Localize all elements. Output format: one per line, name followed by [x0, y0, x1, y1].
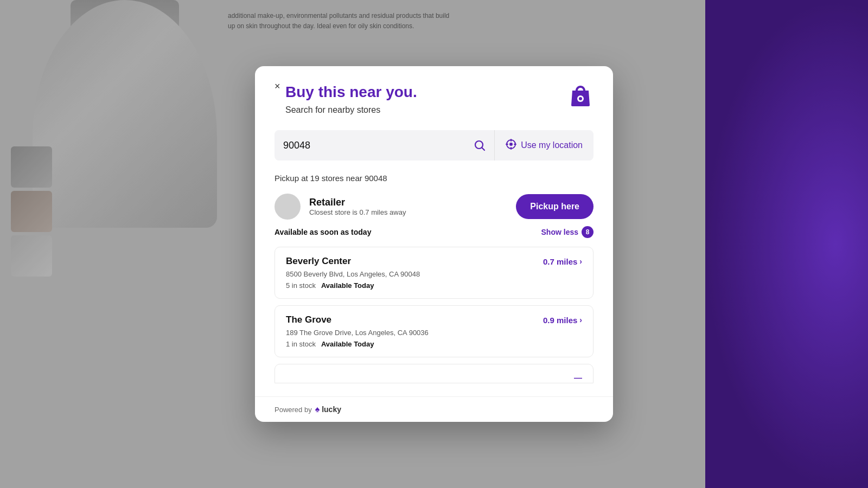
- store-stock-0: 5 in stock: [286, 281, 316, 290]
- use-location-button[interactable]: Use my location: [494, 130, 593, 160]
- modal-footer: Powered by ♠ lucky: [255, 396, 613, 422]
- search-row: 90048: [275, 130, 593, 160]
- svg-point-1: [579, 97, 582, 100]
- retailer-name: Retailer: [309, 197, 406, 208]
- lucky-brand: ♠ lucky: [315, 404, 341, 414]
- use-location-label: Use my location: [521, 140, 583, 150]
- spade-icon: ♠: [315, 404, 320, 414]
- close-button[interactable]: ×: [275, 81, 280, 91]
- store-stock-1: 1 in stock: [286, 340, 316, 348]
- store-card-partial[interactable]: —: [275, 364, 593, 383]
- zip-input[interactable]: 90048: [283, 140, 474, 151]
- powered-by-label: Powered by: [275, 406, 312, 414]
- svg-line-3: [482, 148, 485, 151]
- store-availability-0: Available Today: [321, 281, 374, 290]
- available-text: Available as soon as today: [275, 228, 371, 236]
- store-card-0[interactable]: Beverly Center 0.7 miles › 8500 Beverly …: [275, 247, 593, 299]
- available-row: Available as soon as today Show less 8: [275, 226, 593, 238]
- store-name-0: Beverly Center: [286, 256, 351, 267]
- lucky-label: lucky: [322, 405, 341, 414]
- modal-subtitle: Search for nearby stores: [285, 105, 417, 115]
- store-distance-0: 0.7 miles ›: [543, 257, 582, 266]
- search-button[interactable]: [474, 139, 486, 151]
- show-less-label: Show less: [541, 228, 578, 236]
- store-name-1: The Grove: [286, 314, 331, 325]
- store-distance-partial: —: [574, 373, 582, 382]
- location-icon: [506, 139, 516, 152]
- pickup-here-button[interactable]: Pickup here: [516, 194, 593, 219]
- pickup-count-text: Pickup at 19 stores near 90048: [275, 174, 593, 183]
- show-less-button[interactable]: Show less 8: [541, 226, 593, 238]
- retailer-row: Retailer Closest store is 0.7 miles away…: [275, 194, 593, 220]
- store-finder-modal: × Buy this near you. Search for nearby s…: [255, 66, 613, 422]
- store-bag-icon: [567, 84, 593, 112]
- chevron-right-icon-1: ›: [579, 316, 582, 324]
- show-less-badge: 8: [582, 226, 593, 238]
- svg-point-5: [509, 143, 513, 146]
- chevron-right-icon-0: ›: [579, 257, 582, 266]
- store-availability-1: Available Today: [321, 340, 374, 348]
- store-address-1: 189 The Grove Drive, Los Angeles, CA 900…: [286, 329, 582, 337]
- store-address-0: 8500 Beverly Blvd, Los Angeles, CA 90048: [286, 270, 582, 278]
- retailer-closest-text: Closest store is 0.7 miles away: [309, 208, 406, 216]
- retailer-avatar: [275, 194, 301, 220]
- store-card-1[interactable]: The Grove 0.9 miles › 189 The Grove Driv…: [275, 305, 593, 357]
- zip-search-box[interactable]: 90048: [275, 130, 494, 160]
- store-distance-1: 0.9 miles ›: [543, 316, 582, 325]
- modal-title: Buy this near you.: [285, 84, 417, 101]
